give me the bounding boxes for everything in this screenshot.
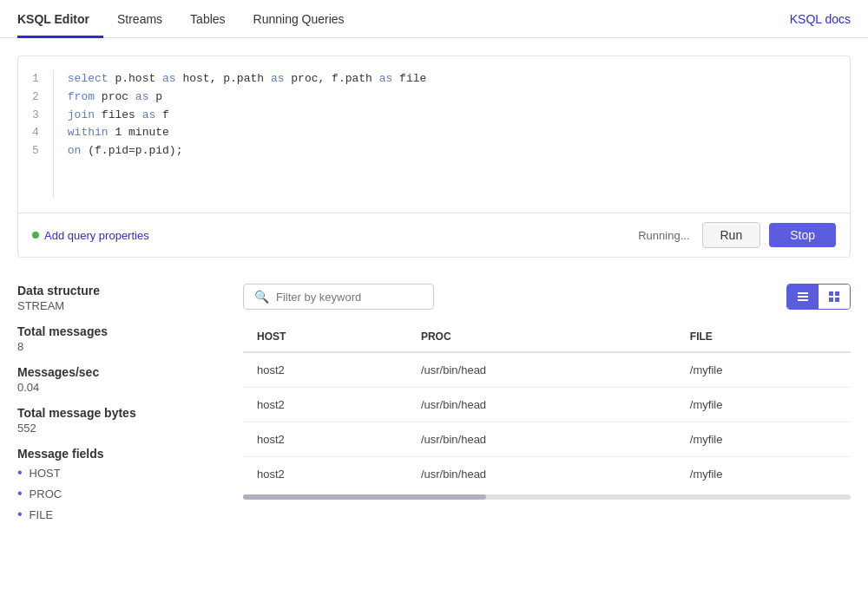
total-messages-label: Total messages [17,324,226,338]
table-row: host2 /usr/bin/head /myfile [243,388,851,422]
nav-ksql-editor[interactable]: KSQL Editor [17,0,103,38]
table-scrollbar-thumb[interactable] [243,494,486,500]
cell-host: host2 [243,352,407,388]
editor-panel: 1 2 3 4 5 select p.host as host, p.path … [17,56,851,258]
running-status: Running... [638,229,689,242]
cell-file: /myfile [676,352,851,388]
data-table: HOST PROC FILE host2 /usr/bin/head /myfi… [243,322,851,491]
svg-rect-4 [835,291,839,296]
view-toggle [786,284,851,310]
nav-tables[interactable]: Tables [176,0,239,38]
svg-rect-0 [798,292,808,294]
nav-streams[interactable]: Streams [103,0,176,38]
svg-rect-3 [829,291,833,296]
svg-rect-2 [798,299,808,301]
list-view-button[interactable] [787,285,819,309]
code-line-3: join files as f [68,107,836,125]
field-proc: PROC [17,483,226,504]
table-body: host2 /usr/bin/head /myfile host2 /usr/b… [243,352,851,491]
cell-proc: /usr/bin/head [407,388,676,422]
table-row: host2 /usr/bin/head /myfile [243,352,851,388]
ksql-docs-link[interactable]: KSQL docs [790,12,851,26]
code-line-2: from proc as p [68,88,836,107]
field-host: HOST [17,462,226,483]
left-panel: Data structure STREAM Total messages 8 M… [17,275,226,525]
status-dot [32,232,39,239]
top-nav: KSQL Editor Streams Tables Running Queri… [0,0,868,38]
data-structure-label: Data structure [17,284,226,298]
cell-file: /myfile [676,388,851,422]
svg-rect-6 [835,298,839,302]
grid-view-button[interactable] [819,285,850,309]
editor-footer: Add query properties Running... Run Stop [18,213,850,257]
right-panel: 🔍 [243,275,851,525]
code-line-1: select p.host as host, p.path as proc, f… [68,70,836,88]
svg-rect-1 [798,296,808,298]
messages-sec-label: Messages/sec [17,365,226,379]
grid-icon [827,290,841,304]
code-editor[interactable]: 1 2 3 4 5 select p.host as host, p.path … [18,56,850,213]
total-bytes-value: 552 [17,422,226,435]
run-button[interactable]: Run [702,222,761,248]
field-list: HOST PROC FILE [17,462,226,525]
search-input[interactable] [276,291,423,304]
cell-file: /myfile [676,422,851,457]
cell-proc: /usr/bin/head [407,457,676,492]
nav-running-queries[interactable]: Running Queries [240,0,358,38]
col-proc: PROC [407,322,676,352]
right-panel-header: 🔍 [243,284,851,310]
table-scrollbar[interactable] [243,494,851,500]
total-messages-value: 8 [17,340,226,353]
search-icon: 🔍 [254,290,269,304]
code-area[interactable]: select p.host as host, p.path as proc, f… [54,70,850,199]
nav-items: KSQL Editor Streams Tables Running Queri… [17,0,358,38]
code-line-4: within 1 minute [68,124,836,142]
editor-actions: Running... Run Stop [638,222,836,248]
table-header: HOST PROC FILE [243,322,851,352]
table-row: host2 /usr/bin/head /myfile [243,457,851,492]
cell-host: host2 [243,422,407,457]
field-file: FILE [17,504,226,525]
cell-file: /myfile [676,457,851,492]
cell-host: host2 [243,457,407,492]
cell-proc: /usr/bin/head [407,422,676,457]
code-line-5: on (f.pid=p.pid); [68,142,836,160]
table-row: host2 /usr/bin/head /myfile [243,422,851,457]
line-numbers: 1 2 3 4 5 [18,70,54,199]
cell-proc: /usr/bin/head [407,352,676,388]
messages-sec-value: 0.04 [17,381,226,394]
search-box[interactable]: 🔍 [243,284,434,310]
col-host: HOST [243,322,407,352]
stop-button[interactable]: Stop [769,223,836,247]
list-icon [796,290,810,304]
data-structure-value: STREAM [17,299,226,312]
add-query-properties-link[interactable]: Add query properties [32,229,149,242]
cell-host: host2 [243,388,407,422]
main-content: Data structure STREAM Total messages 8 M… [17,275,851,525]
col-file: FILE [676,322,851,352]
message-fields-label: Message fields [17,447,226,461]
total-bytes-label: Total message bytes [17,406,226,420]
svg-rect-5 [829,298,833,302]
